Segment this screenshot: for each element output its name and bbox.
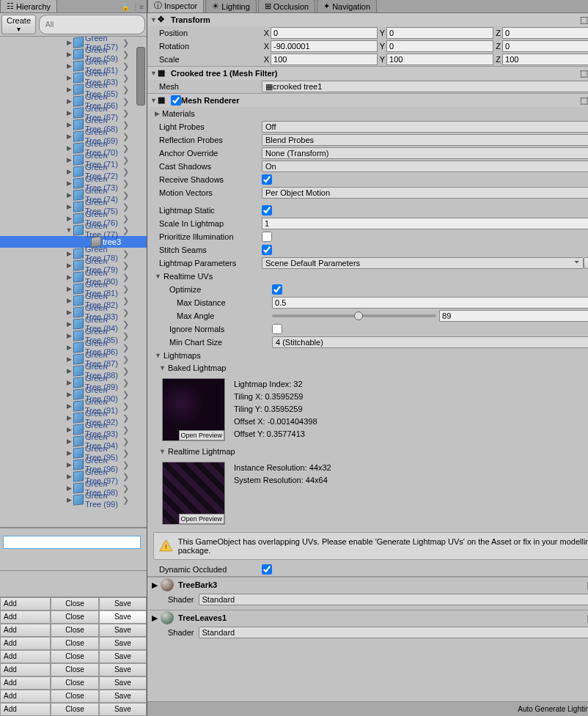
tree-row[interactable]: ▶Green Tree (73)❯ [0, 177, 147, 189]
save-button[interactable]: Save [99, 624, 147, 637]
foldout-icon[interactable]: ▶ [65, 414, 73, 421]
baked-lightmap-foldout[interactable]: ▼ [159, 364, 166, 372]
cast-shadows-dropdown[interactable]: On [262, 160, 588, 172]
shader-dropdown[interactable]: Standard [199, 627, 588, 638]
hierarchy-search-input[interactable] [39, 15, 145, 34]
tree-row[interactable]: ▶Green Tree (75)❯ [0, 201, 147, 213]
close-button[interactable]: Close [51, 690, 98, 703]
foldout-icon[interactable]: ▶ [65, 285, 73, 292]
motion-vectors-dropdown[interactable]: Per Object Motion [262, 187, 588, 199]
foldout-icon[interactable]: ▶ [65, 215, 73, 222]
foldout-icon[interactable]: ▶ [65, 133, 73, 140]
position-x[interactable] [271, 27, 378, 39]
foldout-icon[interactable]: ▶ [65, 426, 73, 433]
save-button[interactable]: Save [99, 597, 147, 610]
tree-row[interactable]: ▶Green Tree (90)❯ [0, 388, 147, 400]
reflection-probes-dropdown[interactable]: Blend Probes [262, 134, 588, 146]
tree-row[interactable]: tree3 [0, 236, 147, 248]
foldout-icon[interactable]: ▶ [65, 355, 73, 363]
meshfilter-help[interactable]: ⬚ [580, 68, 588, 78]
add-button[interactable]: Add [0, 637, 51, 650]
add-button[interactable]: Add [0, 624, 51, 637]
foldout-icon[interactable]: ▶ [65, 379, 73, 386]
tree-row[interactable]: ▶Green Tree (98)❯ [0, 482, 147, 494]
save-button[interactable]: Save [99, 703, 147, 716]
scale-z[interactable] [502, 53, 588, 65]
close-button[interactable]: Close [51, 624, 98, 637]
tree-row[interactable]: ▶Green Tree (99)❯ [0, 494, 147, 506]
close-button[interactable]: Close [51, 676, 98, 690]
add-button[interactable]: Add [0, 663, 51, 676]
realtime-uvs-foldout[interactable]: ▼ [155, 273, 161, 280]
lightmap-params-view-button[interactable]: View [584, 257, 588, 269]
tree-row[interactable]: ▶Green Tree (88)❯ [0, 365, 147, 377]
max-angle-field[interactable] [439, 310, 588, 322]
meshrenderer-foldout[interactable]: ▼ [150, 97, 158, 104]
foldout-icon[interactable]: ▶ [65, 484, 73, 492]
save-button[interactable]: Save [99, 676, 147, 690]
save-button[interactable]: Save [99, 637, 147, 650]
add-button[interactable]: Add [0, 610, 51, 624]
foldout-icon[interactable]: ▶ [65, 402, 73, 410]
tree-row[interactable]: ▶Green Tree (79)❯ [0, 259, 147, 271]
save-button[interactable]: Save [99, 690, 147, 703]
tree-row[interactable]: ▶Green Tree (94)❯ [0, 435, 147, 447]
foldout-icon[interactable]: ▶ [65, 74, 73, 81]
materials-foldout[interactable]: ▶ [155, 110, 160, 117]
tree-row[interactable]: ▶Green Tree (93)❯ [0, 424, 147, 435]
foldout-icon[interactable]: ▶ [65, 367, 73, 374]
tree-row[interactable]: ▶Green Tree (76)❯ [0, 213, 147, 224]
position-y[interactable] [386, 27, 493, 39]
foldout-icon[interactable]: ▶ [65, 461, 73, 468]
ignore-normals-checkbox[interactable] [272, 324, 282, 334]
tree-row[interactable]: ▶Green Tree (71)❯ [0, 154, 147, 166]
dynamic-occluded-checkbox[interactable] [262, 564, 272, 575]
foldout-icon[interactable]: ▶ [65, 473, 73, 480]
tree-row[interactable]: ▼Green Tree (77)❯ [0, 224, 147, 236]
tree-row[interactable]: ▶Green Tree (95)❯ [0, 447, 147, 459]
tree-row[interactable]: ▶Green Tree (63)❯ [0, 72, 147, 84]
tab-navigation[interactable]: ✦Navigation [317, 0, 377, 12]
tree-row[interactable]: ▶Green Tree (69)❯ [0, 130, 147, 142]
scrollbar-thumb[interactable] [136, 47, 145, 106]
position-z[interactable] [502, 27, 588, 39]
material-foldout[interactable]: ▶ [152, 613, 158, 623]
tree-row[interactable]: ▶Green Tree (67)❯ [0, 107, 147, 119]
tree-row[interactable]: ▶Green Tree (59)❯ [0, 48, 147, 60]
tree-row[interactable]: ▶Green Tree (87)❯ [0, 353, 147, 365]
foldout-icon[interactable]: ▶ [65, 391, 73, 398]
foldout-icon[interactable]: ▶ [65, 156, 73, 163]
lightmap-parameters-dropdown[interactable]: Scene Default Parameters [262, 257, 584, 269]
meshrenderer-enabled[interactable] [171, 95, 181, 106]
foldout-icon[interactable]: ▶ [65, 438, 73, 445]
max-distance-field[interactable] [272, 297, 588, 309]
foldout-icon[interactable]: ▼ [65, 226, 73, 234]
tree-row[interactable]: ▶Green Tree (74)❯ [0, 189, 147, 201]
tree-row[interactable]: ▶Green Tree (72)❯ [0, 166, 147, 177]
foldout-icon[interactable]: ▶ [65, 144, 73, 152]
add-button[interactable]: Add [0, 690, 51, 703]
foldout-icon[interactable]: ▶ [65, 168, 73, 175]
rotation-y[interactable] [386, 40, 493, 52]
tree-row[interactable]: ▶Green Tree (78)❯ [0, 248, 147, 259]
save-button[interactable]: Save [99, 663, 147, 676]
foldout-icon[interactable]: ▶ [65, 250, 73, 257]
close-button[interactable]: Close [51, 663, 98, 676]
realtime-lightmap-foldout[interactable]: ▼ [159, 448, 166, 455]
tab-lighting[interactable]: ☀Lighting [205, 0, 257, 12]
foldout-icon[interactable]: ▶ [65, 309, 73, 316]
foldout-icon[interactable]: ▶ [65, 344, 73, 351]
lightmaps-foldout[interactable]: ▼ [155, 352, 161, 359]
scale-y[interactable] [386, 53, 493, 65]
foldout-icon[interactable]: ▶ [65, 297, 73, 304]
rotation-x[interactable] [271, 40, 378, 52]
foldout-icon[interactable]: ▶ [65, 109, 73, 117]
shader-dropdown[interactable]: Standard [199, 594, 588, 605]
foldout-icon[interactable]: ▶ [65, 51, 73, 58]
scale-x[interactable] [271, 53, 378, 65]
tree-row[interactable]: ▶Green Tree (70)❯ [0, 142, 147, 154]
light-probes-dropdown[interactable]: Off [262, 121, 588, 133]
foldout-icon[interactable]: ▶ [65, 180, 73, 187]
tree-row[interactable]: ▶Green Tree (82)❯ [0, 295, 147, 306]
foldout-icon[interactable]: ▶ [65, 203, 73, 210]
